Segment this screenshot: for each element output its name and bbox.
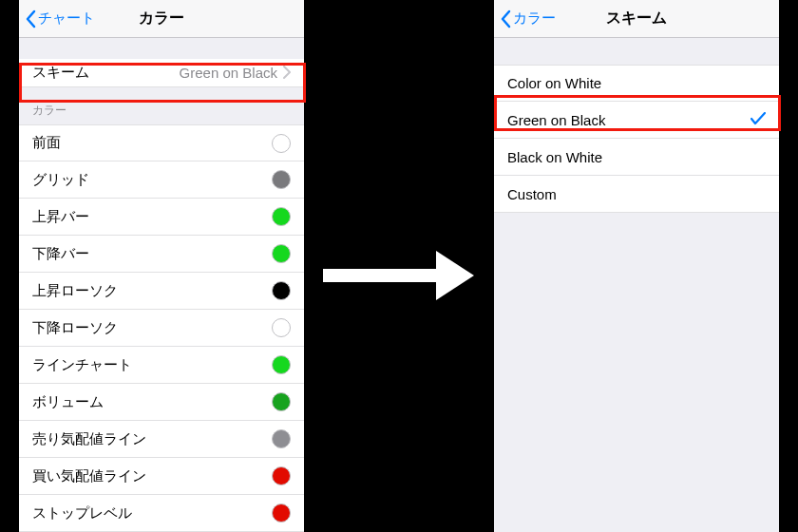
color-row-label: 前面 [32, 134, 61, 152]
annotation-arrow [323, 247, 475, 304]
color-row-label: 上昇バー [32, 208, 89, 226]
color-row-label: 下降バー [32, 245, 89, 263]
checkmark-icon [750, 112, 766, 128]
color-row[interactable]: 下降ローソク [19, 310, 304, 347]
spacer [494, 38, 779, 65]
scheme-option[interactable]: Color on White [494, 65, 779, 102]
color-swatch [272, 392, 291, 411]
color-swatch [272, 429, 291, 448]
chevron-left-icon [500, 10, 511, 28]
color-row-label: グリッド [32, 171, 89, 189]
scheme-option-label: Color on White [507, 75, 601, 91]
color-swatch [272, 134, 291, 153]
navbar: チャート カラー [19, 0, 304, 38]
color-row-label: 上昇ローソク [32, 282, 118, 300]
color-row[interactable]: ラインチャート [19, 347, 304, 384]
scheme-value-text: Green on Black [180, 65, 277, 81]
navbar: カラー スキーム [494, 0, 779, 38]
color-row[interactable]: ストップレベル [19, 495, 304, 532]
back-label: カラー [513, 10, 556, 28]
color-swatch [272, 504, 291, 522]
color-swatch [272, 244, 291, 263]
scheme-value: Green on Black [180, 65, 291, 81]
settings-screen-color: チャート カラー スキーム Green on Black カラー 前面グリッド上… [19, 0, 304, 532]
color-row-label: ストップレベル [32, 504, 132, 522]
color-row[interactable]: グリッド [19, 162, 304, 199]
spacer [19, 38, 304, 59]
color-row[interactable]: 上昇バー [19, 199, 304, 236]
color-list: 前面グリッド上昇バー下降バー上昇ローソク下降ローソクラインチャートボリューム売り… [19, 124, 304, 532]
color-row[interactable]: 上昇ローソク [19, 273, 304, 310]
color-row-label: 下降ローソク [32, 319, 118, 337]
chevron-right-icon [283, 66, 291, 79]
color-swatch [272, 170, 291, 189]
scheme-option[interactable]: Custom [494, 176, 779, 213]
chevron-left-icon [25, 10, 36, 28]
color-swatch [272, 355, 291, 374]
color-row[interactable]: 下降バー [19, 236, 304, 273]
color-row-label: ラインチャート [32, 356, 132, 374]
scheme-label: スキーム [32, 64, 89, 82]
back-button[interactable]: カラー [494, 10, 556, 28]
color-row-label: 買い気配値ライン [32, 467, 146, 485]
scheme-option[interactable]: Black on White [494, 139, 779, 176]
color-row-label: ボリューム [32, 393, 104, 411]
settings-screen-scheme: カラー スキーム Color on WhiteGreen on BlackBla… [494, 0, 779, 532]
arrow-shaft [323, 269, 437, 282]
scheme-option[interactable]: Green on Black [494, 102, 779, 139]
color-group-header: カラー [19, 87, 304, 124]
color-row[interactable]: 買い気配値ライン [19, 458, 304, 495]
scheme-option-list: Color on WhiteGreen on BlackBlack on Whi… [494, 65, 779, 213]
color-swatch [272, 281, 291, 300]
color-row[interactable]: ボリューム [19, 384, 304, 421]
scheme-option-label: Green on Black [507, 112, 605, 128]
back-button[interactable]: チャート [19, 10, 95, 28]
scheme-option-label: Black on White [507, 149, 602, 165]
scheme-row[interactable]: スキーム Green on Black [19, 59, 304, 87]
back-label: チャート [38, 10, 95, 28]
scheme-option-label: Custom [507, 186, 557, 202]
color-row[interactable]: 前面 [19, 124, 304, 162]
color-swatch [272, 318, 291, 337]
color-row[interactable]: 売り気配値ライン [19, 421, 304, 458]
arrow-head-icon [436, 251, 474, 300]
color-swatch [272, 466, 291, 485]
color-row-label: 売り気配値ライン [32, 430, 146, 448]
color-swatch [272, 207, 291, 226]
